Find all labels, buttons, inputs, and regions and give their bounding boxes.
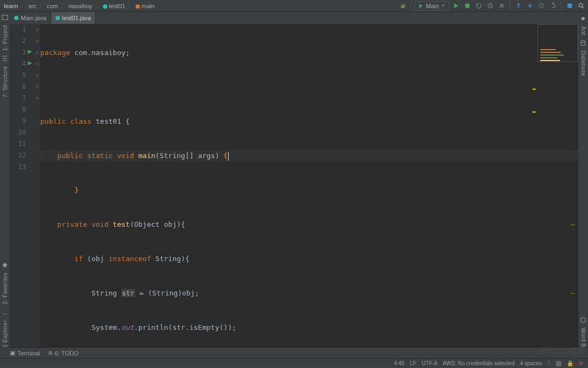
coverage-icon[interactable] bbox=[474, 1, 483, 11]
tool-structure[interactable]: 7: Structure bbox=[2, 66, 8, 98]
crumb-learn[interactable]: learn bbox=[2, 3, 20, 9]
warning-dash-icon[interactable]: — bbox=[571, 287, 575, 299]
crumb-package[interactable]: nasaiboy bbox=[67, 3, 94, 9]
todo-icon: ≋ bbox=[48, 349, 53, 357]
svg-point-4 bbox=[579, 3, 583, 7]
tool-favorites[interactable]: 2: Favorites bbox=[2, 273, 8, 304]
status-aws[interactable]: AWS: No credentials selected bbox=[443, 360, 514, 366]
toolbar-separator bbox=[561, 2, 561, 10]
left-tool-strip: 1: Project 7: Structure 2: Favorites AWS… bbox=[0, 12, 10, 357]
tab-test01-java[interactable]: test01.java bbox=[51, 12, 96, 24]
navigation-bar: learn〉 src〉 com〉 nasaiboy〉 test01〉 main … bbox=[0, 0, 588, 12]
ant-icon bbox=[580, 15, 586, 22]
tool-database[interactable]: Database bbox=[580, 51, 586, 76]
fold-markers[interactable]: ⊟⊟⊟⊟⊟⊟⊟ bbox=[36, 24, 40, 104]
lock-icon[interactable]: 🔒 bbox=[567, 360, 573, 366]
settings-gear-icon[interactable]: ⚙ bbox=[579, 360, 584, 366]
editor-tabs: Main.java test01.java bbox=[0, 12, 588, 24]
aws-icon bbox=[2, 309, 8, 316]
structure-icon bbox=[2, 55, 8, 62]
status-bar: 4:45 LF UTF-8 AWS: No credentials select… bbox=[0, 358, 588, 368]
error-stripe[interactable] bbox=[531, 24, 536, 70]
watermark-text: @51CTO博客 bbox=[537, 346, 585, 356]
caret bbox=[228, 152, 229, 161]
line-numbers: 12345678910111213 bbox=[10, 24, 26, 173]
tab-main-java[interactable]: Main.java bbox=[10, 12, 51, 24]
bottom-tool-bar: ▣Terminal ≋6: TODO bbox=[0, 347, 588, 358]
code-editor[interactable]: 12345678910111213 ⊟⊟⊟⊟⊟⊟⊟ package com.na… bbox=[10, 24, 578, 347]
svg-rect-5 bbox=[2, 15, 8, 20]
right-tool-strip: Ant Database Word Book bbox=[578, 12, 588, 357]
database-icon bbox=[580, 40, 586, 46]
status-widget-icon[interactable] bbox=[556, 361, 561, 366]
star-icon bbox=[2, 262, 8, 268]
search-everywhere-icon[interactable] bbox=[576, 1, 586, 11]
svg-rect-3 bbox=[567, 3, 572, 8]
status-eol[interactable]: LF bbox=[410, 360, 416, 366]
avatar-icon[interactable] bbox=[565, 1, 574, 11]
run-icon[interactable] bbox=[451, 1, 461, 11]
terminal-icon: ▣ bbox=[10, 349, 15, 357]
status-encoding[interactable]: UTF-8 bbox=[422, 360, 437, 366]
book-icon bbox=[580, 317, 586, 323]
tool-project[interactable]: 1: Project bbox=[2, 25, 8, 51]
tool-ant[interactable]: Ant bbox=[580, 26, 586, 35]
crumb-method[interactable]: main bbox=[134, 3, 156, 9]
debug-icon[interactable] bbox=[462, 1, 472, 11]
status-indent[interactable]: 4 spaces bbox=[520, 360, 542, 366]
vcs-update-icon[interactable] bbox=[513, 1, 523, 11]
vcs-commit-icon[interactable] bbox=[525, 1, 535, 11]
main-toolbar: Main ▼ bbox=[397, 1, 586, 11]
svg-point-6 bbox=[581, 17, 585, 20]
profile-icon[interactable] bbox=[485, 1, 495, 11]
code-area[interactable]: package com.nasaiboy; public class test0… bbox=[40, 24, 578, 347]
build-icon[interactable] bbox=[397, 1, 407, 11]
status-caret-pos[interactable]: 4:45 bbox=[394, 360, 405, 366]
toolbar-separator bbox=[510, 2, 510, 10]
crumb-class[interactable]: test01 bbox=[101, 3, 127, 9]
svg-rect-1 bbox=[500, 4, 504, 8]
run-config-label: Main bbox=[426, 3, 439, 9]
tool-todo[interactable]: ≋6: TODO bbox=[48, 349, 79, 357]
warning-dash-icon[interactable]: — bbox=[571, 219, 575, 230]
run-configuration-dropdown[interactable]: Main ▼ bbox=[414, 1, 449, 11]
breadcrumb: learn〉 src〉 com〉 nasaiboy〉 test01〉 main bbox=[2, 2, 156, 9]
tool-terminal[interactable]: ▣Terminal bbox=[10, 349, 40, 357]
project-icon bbox=[2, 14, 8, 21]
git-branch-icon[interactable]: ᛘ bbox=[547, 360, 550, 366]
vcs-rollback-icon[interactable] bbox=[548, 1, 558, 11]
svg-point-7 bbox=[581, 40, 585, 42]
svg-rect-8 bbox=[581, 318, 585, 322]
stop-icon[interactable] bbox=[497, 1, 506, 11]
crumb-com[interactable]: com bbox=[45, 3, 60, 9]
vcs-history-icon[interactable] bbox=[536, 1, 546, 11]
toolbar-separator bbox=[411, 2, 411, 10]
crumb-src[interactable]: src bbox=[27, 3, 38, 9]
